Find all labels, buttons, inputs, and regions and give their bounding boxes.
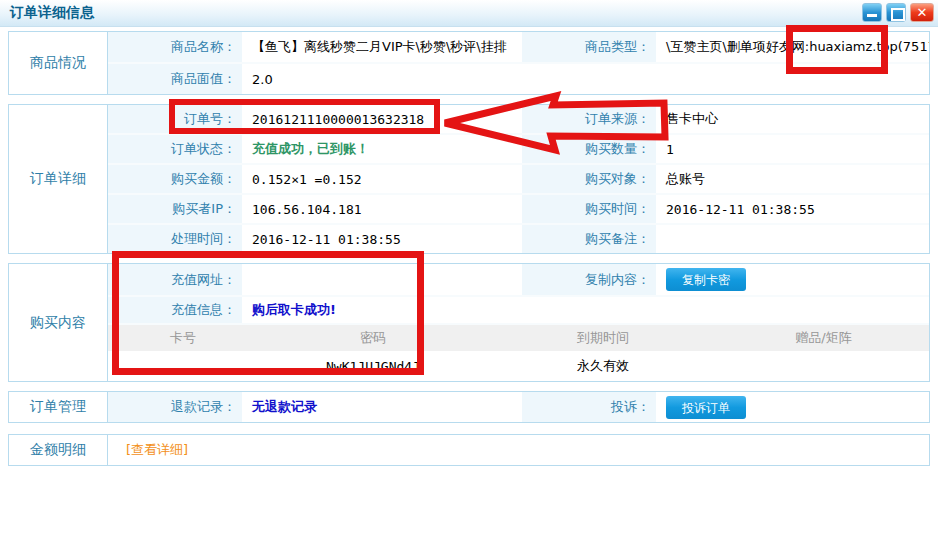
buy-quantity-value: 1 bbox=[656, 142, 929, 157]
product-name-value: 【鱼飞】离线秒赞二月VIP卡\秒赞\秒评\挂排 bbox=[242, 38, 522, 56]
recharge-url-label: 充值网址： bbox=[108, 264, 242, 295]
buy-target-label: 购买对象： bbox=[522, 165, 656, 193]
window-titlebar: 订单详细信息 ✕ bbox=[0, 0, 938, 27]
buy-amount-label: 购买金额： bbox=[108, 165, 242, 193]
section-title-product: 商品情况 bbox=[9, 32, 108, 94]
row-product-name: 商品名称： 【鱼飞】离线秒赞二月VIP卡\秒赞\秒评\挂排 商品类型： \互赞主… bbox=[108, 32, 929, 64]
recharge-info-value: 购后取卡成功! bbox=[242, 301, 929, 319]
order-source-label: 订单来源： bbox=[522, 105, 656, 133]
buy-amount-value: 0.152×1 =0.152 bbox=[242, 172, 522, 187]
minimize-icon bbox=[867, 14, 877, 17]
complain-order-button[interactable]: 投诉订单 bbox=[666, 396, 746, 419]
complaint-cell: 投诉订单 bbox=[656, 396, 929, 419]
product-face-label: 商品面值： bbox=[108, 64, 242, 94]
maximize-icon bbox=[891, 8, 905, 21]
expiry-header: 到期时间 bbox=[488, 329, 718, 347]
order-status-value: 充值成功，已到账！ bbox=[242, 140, 522, 158]
section-title-amount: 金额明细 bbox=[9, 435, 108, 465]
recharge-info-label: 充值信息： bbox=[108, 297, 242, 323]
card-table-row: NwK1JUJGNd4J 永久有效 bbox=[108, 351, 929, 381]
card-table-header: 卡号 密码 到期时间 赠品/矩阵 bbox=[108, 325, 929, 351]
row-order-no: 订单号： 2016121110000013632318 订单来源： 售卡中心 bbox=[108, 105, 929, 135]
expiry-cell: 永久有效 bbox=[488, 357, 718, 375]
section-product-info: 商品情况 商品名称： 【鱼飞】离线秒赞二月VIP卡\秒赞\秒评\挂排 商品类型：… bbox=[8, 31, 930, 95]
close-button[interactable]: ✕ bbox=[910, 3, 934, 22]
row-recharge-info: 充值信息： 购后取卡成功! bbox=[108, 297, 929, 325]
order-status-label: 订单状态： bbox=[108, 135, 242, 163]
product-face-value: 2.0 bbox=[242, 72, 929, 87]
order-source-value: 售卡中心 bbox=[656, 110, 929, 128]
section-title-manage: 订单管理 bbox=[9, 392, 108, 422]
row-amount-detail: [查看详细] bbox=[108, 435, 929, 465]
gift-header: 赠品/矩阵 bbox=[718, 329, 929, 347]
section-order-detail: 订单详细 订单号： 2016121110000013632318 订单来源： 售… bbox=[8, 104, 930, 254]
maximize-button[interactable] bbox=[886, 3, 906, 22]
section-amount-detail: 金额明细 [查看详细] bbox=[8, 434, 930, 466]
buy-time-label: 购买时间： bbox=[522, 195, 656, 223]
row-buyer-ip: 购买者IP： 106.56.104.181 购买时间： 2016-12-11 0… bbox=[108, 195, 929, 225]
product-name-label: 商品名称： bbox=[108, 32, 242, 62]
buy-remark-label: 购买备注： bbox=[522, 225, 656, 253]
window-controls: ✕ bbox=[862, 3, 934, 22]
refund-label: 退款记录： bbox=[108, 392, 242, 422]
copy-content-cell: 复制卡密 bbox=[656, 268, 929, 291]
password-header: 密码 bbox=[258, 329, 488, 347]
order-no-label: 订单号： bbox=[108, 105, 242, 133]
row-order-status: 订单状态： 充值成功，已到账！ 购买数量： 1 bbox=[108, 135, 929, 165]
section-title-order: 订单详细 bbox=[9, 105, 108, 253]
section-order-manage: 订单管理 退款记录： 无退款记录 投诉： 投诉订单 bbox=[8, 391, 930, 423]
process-time-label: 处理时间： bbox=[108, 225, 242, 253]
buyer-ip-label: 购买者IP： bbox=[108, 195, 242, 223]
complaint-label: 投诉： bbox=[522, 392, 656, 422]
buy-quantity-label: 购买数量： bbox=[522, 135, 656, 163]
copy-card-secret-button[interactable]: 复制卡密 bbox=[666, 268, 746, 291]
row-process-time: 处理时间： 2016-12-11 01:38:55 购买备注： bbox=[108, 225, 929, 253]
copy-content-label: 复制内容： bbox=[522, 264, 656, 295]
product-type-value: \互赞主页\删单项好友网:huaxiamz.top(7517 bbox=[656, 38, 929, 56]
order-detail-window: 订单详细信息 ✕ 商品情况 商品名称： 【鱼飞】离线秒赞二月VIP卡\秒赞\秒评… bbox=[0, 0, 938, 539]
buy-time-value: 2016-12-11 01:38:55 bbox=[656, 202, 929, 217]
card-no-header: 卡号 bbox=[108, 329, 258, 347]
row-product-face: 商品面值： 2.0 bbox=[108, 64, 929, 94]
view-detail-link[interactable]: [查看详细] bbox=[108, 441, 929, 459]
row-refund: 退款记录： 无退款记录 投诉： 投诉订单 bbox=[108, 392, 929, 422]
order-no-value: 2016121110000013632318 bbox=[242, 112, 522, 127]
row-recharge-url: 充值网址： 复制内容： 复制卡密 bbox=[108, 264, 929, 297]
buy-target-value: 总账号 bbox=[656, 170, 929, 188]
process-time-value: 2016-12-11 01:38:55 bbox=[242, 232, 522, 247]
row-buy-amount: 购买金额： 0.152×1 =0.152 购买对象： 总账号 bbox=[108, 165, 929, 195]
refund-value: 无退款记录 bbox=[242, 398, 522, 416]
section-title-purchase: 购买内容 bbox=[9, 264, 108, 381]
buyer-ip-value: 106.56.104.181 bbox=[242, 202, 522, 217]
password-cell: NwK1JUJGNd4J bbox=[258, 359, 488, 374]
page-title: 订单详细信息 bbox=[10, 4, 94, 22]
section-purchase-content: 购买内容 充值网址： 复制内容： 复制卡密 充值信息： 购后取卡成功! 卡号 密… bbox=[8, 263, 930, 382]
minimize-button[interactable] bbox=[862, 3, 882, 22]
product-type-label: 商品类型： bbox=[522, 32, 656, 62]
